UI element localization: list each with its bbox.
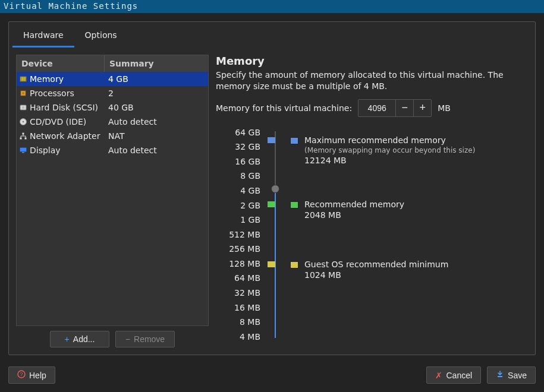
remove-device-button[interactable]: − Remove <box>115 331 175 347</box>
memory-tick: 1 GB <box>216 215 260 225</box>
memory-legend-column: Maximum recommended memory (Memory swapp… <box>290 128 528 342</box>
memory-scale: 64 GB32 GB16 GB8 GB4 GB2 GB1 GB512 MB256… <box>216 128 528 342</box>
optical-disc-icon <box>19 118 27 126</box>
device-table: Device Summary Memory4 GBProcessors2Hard… <box>16 55 209 326</box>
device-buttons: + Add... − Remove <box>16 331 209 347</box>
legend-guest-min: Guest OS recommended minimum 1024 MB <box>290 260 448 280</box>
settings-frame: Hardware Options Device Summary Memory4 … <box>8 21 536 355</box>
memory-decrement-button[interactable]: − <box>395 100 413 116</box>
device-rows: Memory4 GBProcessors2Hard Disk (SCSI)40 … <box>17 72 208 157</box>
dialog-footer: ? Help ✗ Cancel Save <box>8 366 536 384</box>
svg-text:?: ? <box>20 371 23 377</box>
window-titlebar: Virtual Machine Settings <box>0 0 544 13</box>
device-row[interactable]: Memory4 GB <box>17 72 208 86</box>
save-button[interactable]: Save <box>487 366 536 384</box>
swatch-guest-min <box>290 261 298 268</box>
legend-recommended: Recommended memory 2048 MB <box>290 200 404 220</box>
svg-point-7 <box>22 106 24 109</box>
panel-description: Specify the amount of memory allocated t… <box>216 69 528 92</box>
memory-tick: 4 GB <box>216 186 260 195</box>
legend-max-title: Maximum recommended memory <box>304 135 475 145</box>
svg-point-9 <box>23 121 24 123</box>
memory-chip-icon <box>19 75 27 83</box>
detail-panel: Memory Specify the amount of memory allo… <box>216 55 528 347</box>
legend-max-sub: (Memory swapping may occur beyond this s… <box>304 146 475 154</box>
remove-device-label: Remove <box>134 334 165 344</box>
device-row[interactable]: Processors2 <box>17 86 208 100</box>
device-row[interactable]: Network AdapterNAT <box>17 129 208 143</box>
help-button[interactable]: ? Help <box>8 366 55 384</box>
col-header-summary: Summary <box>105 55 208 72</box>
device-name: Network Adapter <box>30 131 100 141</box>
col-header-device: Device <box>17 55 105 72</box>
marker-recommended <box>268 201 275 207</box>
device-summary: Auto detect <box>105 146 208 155</box>
swatch-max <box>290 137 298 144</box>
network-icon <box>19 132 27 140</box>
svg-rect-14 <box>22 152 24 153</box>
memory-slider[interactable] <box>266 128 284 342</box>
memory-tick: 64 MB <box>216 273 260 283</box>
swatch-recommended <box>290 201 298 208</box>
device-column: Device Summary Memory4 GBProcessors2Hard… <box>16 55 209 347</box>
processor-icon <box>19 89 27 97</box>
device-name: CD/DVD (IDE) <box>30 117 86 127</box>
device-row[interactable]: DisplayAuto detect <box>17 143 208 157</box>
slider-thumb[interactable] <box>271 185 279 193</box>
tab-options[interactable]: Options <box>74 26 128 48</box>
device-table-header: Device Summary <box>17 55 208 72</box>
svg-rect-12 <box>25 138 27 140</box>
memory-input-row: Memory for this virtual machine: − + MB <box>216 99 528 117</box>
minus-icon: − <box>125 334 130 344</box>
memory-tick: 16 GB <box>216 157 260 166</box>
memory-spinbox: − + <box>358 99 432 117</box>
memory-increment-button[interactable]: + <box>413 100 431 116</box>
svg-rect-5 <box>22 92 24 94</box>
svg-rect-17 <box>498 376 502 377</box>
legend-min-value: 1024 MB <box>304 270 448 280</box>
save-icon <box>496 370 504 380</box>
device-summary: 40 GB <box>105 103 208 112</box>
tab-bar: Hardware Options <box>9 22 535 48</box>
panel-title: Memory <box>216 55 528 67</box>
add-device-button[interactable]: + Add... <box>50 331 109 347</box>
memory-tick: 8 MB <box>216 317 260 327</box>
device-name: Processors <box>30 88 74 98</box>
memory-field-label: Memory for this virtual machine: <box>216 103 352 113</box>
marker-max <box>268 137 275 143</box>
marker-guest-min <box>268 261 275 267</box>
svg-rect-13 <box>20 148 27 152</box>
slider-track <box>275 131 276 338</box>
tab-hardware[interactable]: Hardware <box>12 26 74 48</box>
memory-value-input[interactable] <box>359 100 395 116</box>
plus-icon: + <box>65 334 70 344</box>
memory-tick: 32 GB <box>216 142 260 151</box>
cancel-button[interactable]: ✗ Cancel <box>426 366 481 384</box>
device-row[interactable]: CD/DVD (IDE)Auto detect <box>17 115 208 129</box>
cancel-label: Cancel <box>446 371 472 380</box>
device-summary: Auto detect <box>105 117 208 127</box>
device-name: Hard Disk (SCSI) <box>30 103 98 112</box>
dialog-body: Hardware Options Device Summary Memory4 … <box>0 13 544 392</box>
memory-tick: 256 MB <box>216 244 260 254</box>
legend-max-value: 12124 MB <box>304 156 475 165</box>
memory-tick: 32 MB <box>216 288 260 298</box>
memory-tick-labels: 64 GB32 GB16 GB8 GB4 GB2 GB1 GB512 MB256… <box>216 128 260 342</box>
memory-tick: 8 GB <box>216 171 260 181</box>
help-icon: ? <box>17 370 26 380</box>
content-area: Device Summary Memory4 GBProcessors2Hard… <box>9 48 535 355</box>
display-icon <box>19 146 27 154</box>
cancel-icon: ✗ <box>435 371 442 380</box>
memory-tick: 512 MB <box>216 230 260 239</box>
save-label: Save <box>508 371 527 380</box>
device-summary: NAT <box>105 131 208 141</box>
device-row[interactable]: Hard Disk (SCSI)40 GB <box>17 100 208 115</box>
legend-min-title: Guest OS recommended minimum <box>304 260 448 269</box>
memory-unit-label: MB <box>438 103 451 113</box>
svg-rect-11 <box>20 138 22 140</box>
add-device-label: Add... <box>73 334 95 344</box>
device-summary: 2 <box>105 88 208 98</box>
svg-rect-10 <box>23 133 24 135</box>
legend-recom-value: 2048 MB <box>304 210 404 220</box>
memory-tick: 64 GB <box>216 128 260 137</box>
